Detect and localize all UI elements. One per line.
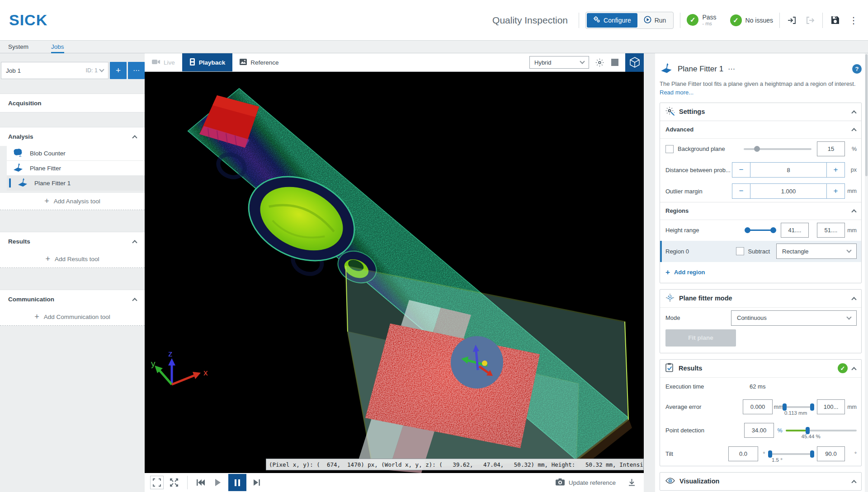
chevron-down-icon: [846, 248, 851, 253]
increment-button[interactable]: +: [827, 184, 844, 198]
tool-blob-counter[interactable]: Σ Blob Counter: [7, 146, 145, 161]
skip-next-icon[interactable]: [250, 476, 264, 489]
scrollbar-thumb[interactable]: [865, 54, 868, 176]
read-more-link[interactable]: Read more...: [660, 89, 693, 96]
gears-icon: [593, 16, 600, 24]
average-error-slider[interactable]: 0.113 mm: [784, 406, 812, 408]
pass-label: Pass: [702, 14, 716, 21]
background-plane-input[interactable]: 15: [817, 141, 845, 156]
download-icon[interactable]: [625, 476, 638, 489]
tab-live[interactable]: Live: [145, 53, 182, 71]
expand-view-icon[interactable]: [167, 476, 181, 489]
skip-start-icon[interactable]: [194, 476, 208, 489]
height-range-slider[interactable]: [747, 230, 774, 231]
panel-scrollbar[interactable]: [865, 53, 868, 492]
camera-icon: [556, 478, 565, 487]
average-error-max-input[interactable]: 100...: [817, 399, 845, 414]
add-region-button[interactable]: + Add region: [660, 262, 861, 283]
slider-thumb-max[interactable]: [810, 403, 814, 411]
visualization-card: Visualization: [660, 472, 862, 491]
slider-thumb-max[interactable]: [810, 450, 814, 458]
settings-header[interactable]: Settings: [660, 103, 861, 121]
help-icon[interactable]: ?: [852, 64, 862, 74]
save-icon[interactable]: [829, 14, 841, 26]
regions-header[interactable]: Regions: [660, 202, 861, 220]
add-analysis-tool-button[interactable]: + Add Analysis tool: [0, 193, 145, 210]
section-acquisition[interactable]: Acquisition: [0, 94, 145, 112]
slider-fill: [786, 430, 808, 431]
3d-viewport[interactable]: y z x (Pixel x, y): ( 674, 1470) px, (Wo…: [145, 72, 644, 473]
slider-thumb-min[interactable]: [745, 227, 750, 233]
outlier-margin-stepper: − 1.000 +: [732, 183, 845, 199]
section-analysis[interactable]: Analysis: [0, 127, 145, 146]
background-plane-checkbox[interactable]: [665, 145, 674, 153]
tilt-slider[interactable]: 1.5 °: [770, 453, 812, 455]
slider-thumb-min[interactable]: [768, 450, 772, 458]
slider-thumb-max[interactable]: [770, 227, 776, 233]
job-name-input[interactable]: Job 1 ID: 1: [1, 62, 108, 79]
tab-reference[interactable]: Reference: [232, 53, 286, 71]
plane-fitter-mode-header[interactable]: Plane fitter mode: [660, 290, 861, 307]
fit-plane-button[interactable]: Fit plane: [665, 329, 736, 347]
chevron-up-icon: [851, 367, 856, 372]
divider: [187, 476, 188, 489]
add-communication-tool-button[interactable]: + Add Communication tool: [0, 309, 145, 326]
mode-gear-icon: [665, 293, 675, 304]
tilt-max-input[interactable]: 90.0: [817, 446, 845, 461]
update-reference-button[interactable]: Update reference: [556, 478, 616, 487]
mode-dropdown[interactable]: Continuous: [731, 310, 857, 326]
viewer-settings-gear-icon[interactable]: [594, 57, 604, 67]
point-detection-slider[interactable]: 45.44 %: [786, 430, 857, 431]
add-results-tool-button[interactable]: + Add Results tool: [0, 251, 145, 268]
job-menu-button[interactable]: ⋯: [128, 62, 145, 79]
subtract-checkbox[interactable]: [736, 247, 744, 255]
slider-thumb-min[interactable]: [783, 403, 787, 411]
configure-button[interactable]: Configure: [587, 13, 637, 28]
section-results[interactable]: Results: [0, 232, 145, 251]
slider-thumb[interactable]: [806, 427, 810, 434]
fit-view-icon[interactable]: [150, 476, 164, 489]
probe-distance-value[interactable]: 8: [750, 163, 827, 177]
tab-jobs[interactable]: Jobs: [51, 41, 64, 53]
view-mode-dropdown[interactable]: Hybrid: [529, 56, 589, 69]
outlier-margin-value[interactable]: 1.000: [750, 184, 827, 198]
panel-menu-icon[interactable]: ⋯: [728, 65, 736, 73]
tab-system[interactable]: System: [8, 41, 28, 53]
pause-button[interactable]: [228, 474, 246, 491]
visualization-header[interactable]: Visualization: [660, 473, 861, 490]
tilt-min-input[interactable]: 0.0: [728, 446, 758, 461]
point-detection-input[interactable]: 34.00: [744, 423, 774, 438]
background-plane-slider[interactable]: [744, 148, 811, 150]
decrement-button[interactable]: −: [732, 163, 750, 177]
height-min-input[interactable]: 41....: [781, 223, 809, 238]
2d-view-icon[interactable]: [610, 57, 620, 67]
viewer-column: Live Playback Reference Hybrid: [145, 53, 644, 492]
3d-view-icon[interactable]: [625, 53, 644, 72]
overflow-menu-icon[interactable]: ⋮: [847, 15, 860, 26]
job-id-dropdown[interactable]: ID: 1: [86, 67, 104, 74]
section-communication[interactable]: Communication: [0, 290, 145, 309]
height-max-input[interactable]: 51....: [817, 223, 845, 238]
film-strip-icon: [189, 58, 195, 67]
mode-row: Mode Continuous: [660, 307, 861, 328]
increment-button[interactable]: +: [827, 163, 844, 177]
tab-playback[interactable]: Playback: [182, 53, 233, 71]
sick-logo: SICK: [9, 11, 47, 29]
region-0-row[interactable]: Region 0 Subtract Rectangle: [660, 241, 861, 262]
results-header[interactable]: Results ✓: [660, 360, 861, 377]
export-icon[interactable]: [804, 14, 816, 26]
average-error-min-input[interactable]: 0.000: [743, 399, 773, 414]
advanced-header[interactable]: Advanced: [660, 121, 861, 138]
tool-plane-fitter[interactable]: Plane Fitter: [7, 161, 145, 176]
play-icon[interactable]: [211, 476, 225, 489]
run-button[interactable]: Run: [637, 13, 673, 28]
divider: [822, 13, 823, 28]
import-icon[interactable]: [786, 14, 798, 26]
add-job-button[interactable]: +: [110, 62, 127, 79]
region-shape-dropdown[interactable]: Rectangle: [776, 244, 857, 259]
chevron-down-icon: [580, 59, 585, 64]
tool-plane-fitter-1[interactable]: Plane Fitter 1: [7, 176, 145, 191]
plane-fitter-icon: [17, 178, 28, 189]
slider-thumb[interactable]: [754, 146, 760, 152]
decrement-button[interactable]: −: [732, 184, 750, 198]
